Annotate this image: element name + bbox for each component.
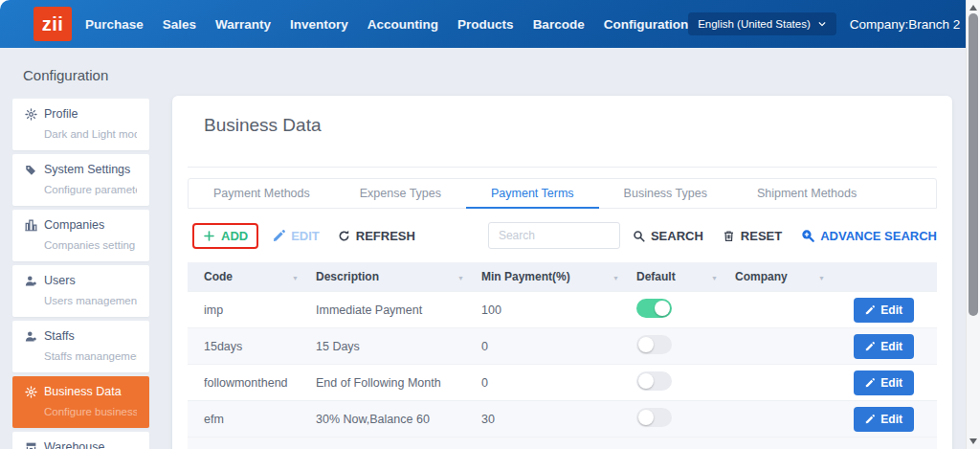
nav-menu-item[interactable]: Inventory xyxy=(290,17,348,32)
cell-min-payment: 0 xyxy=(481,340,636,353)
filter-icon[interactable] xyxy=(612,271,619,282)
table-row: imp Immediate Payment 100 xyxy=(188,291,937,327)
cell-min-payment: 30 xyxy=(481,413,636,426)
column-label: Min Payment(%) xyxy=(481,270,570,283)
filter-icon[interactable] xyxy=(818,271,825,282)
tab-bar: Payment MethodsExpense TypesPayment Term… xyxy=(188,178,937,209)
main-menu: PurchaseSalesWarrantyInventoryAccounting… xyxy=(85,17,688,32)
advance-search-icon xyxy=(801,229,814,242)
cell-description: 30% Now,Balance 60 xyxy=(316,413,481,426)
search-button[interactable]: SEARCH xyxy=(633,229,703,243)
column-label: Code xyxy=(204,270,233,283)
cell-description: End of Following Month xyxy=(316,376,481,390)
company-label[interactable]: Company:Branch 2 xyxy=(850,17,961,32)
cell-code: efm xyxy=(204,413,316,426)
default-toggle[interactable] xyxy=(636,335,672,354)
filter-icon[interactable] xyxy=(711,271,718,282)
sidebar-item-icon xyxy=(25,164,37,176)
sidebar-item-title: Business Data xyxy=(44,385,122,398)
row-edit-button[interactable]: Edit xyxy=(854,407,914,432)
sidebar-item-title: Profile xyxy=(44,107,78,121)
page-body: Configuration Profile Dark and Light mod… xyxy=(0,48,966,449)
sidebar-item-subtitle: Configure parameters xyxy=(44,184,137,195)
sidebar-item[interactable]: Companies Companies setting xyxy=(12,210,149,261)
sidebar-item[interactable]: Profile Dark and Light mode, L... xyxy=(12,99,149,150)
search-icon xyxy=(633,230,645,242)
app-logo[interactable]: zii xyxy=(33,7,72,41)
nav-menu-item[interactable]: Barcode xyxy=(533,17,585,32)
pencil-icon xyxy=(865,305,875,315)
sidebar-item-title: Staffs xyxy=(44,329,75,343)
column-header[interactable]: Description xyxy=(316,270,481,283)
default-toggle[interactable] xyxy=(636,371,672,391)
sidebar-item-title: Warehouse xyxy=(44,440,104,449)
filter-icon[interactable] xyxy=(292,271,299,282)
sidebar: Profile Dark and Light mode, L... System… xyxy=(12,99,149,449)
tab[interactable]: Payment Methods xyxy=(189,179,335,208)
sidebar-item-subtitle: Configure business data xyxy=(44,406,137,417)
table-row-partial xyxy=(188,437,937,449)
row-edit-button[interactable]: Edit xyxy=(854,370,914,395)
toggle-knob xyxy=(638,337,654,352)
vertical-scrollbar[interactable] xyxy=(966,0,980,449)
filter-icon[interactable] xyxy=(457,271,464,282)
row-edit-button[interactable]: Edit xyxy=(854,334,914,359)
chevron-down-icon xyxy=(817,19,827,29)
cell-code: imp xyxy=(204,303,316,317)
table-row: followmonthend End of Following Month 0 xyxy=(188,364,937,400)
refresh-icon xyxy=(338,230,350,242)
pencil-icon xyxy=(865,342,875,351)
scroll-down-arrow[interactable] xyxy=(967,434,980,449)
advance-search-button[interactable]: ADVANCE SEARCH xyxy=(801,229,937,243)
column-label: Default xyxy=(636,270,676,283)
sidebar-item[interactable]: Staffs Staffs manangement xyxy=(12,321,149,372)
toggle-knob xyxy=(638,373,654,389)
divider xyxy=(188,167,937,168)
nav-menu-item[interactable]: Warranty xyxy=(215,17,271,32)
scrollbar-thumb[interactable] xyxy=(969,13,978,316)
nav-menu-item[interactable]: Configuration xyxy=(604,17,688,32)
nav-menu-item[interactable]: Sales xyxy=(163,17,196,32)
sidebar-item-subtitle: Dark and Light mode, L... xyxy=(44,128,137,140)
edit-button[interactable]: EDIT xyxy=(273,229,320,243)
cell-description: 15 Days xyxy=(316,340,481,353)
add-button-highlight-box: ADD xyxy=(192,223,258,249)
search-input[interactable] xyxy=(488,222,620,249)
add-button[interactable]: ADD xyxy=(195,226,256,246)
default-toggle[interactable] xyxy=(636,299,672,318)
sidebar-item-subtitle: Staffs manangement xyxy=(44,350,137,362)
sidebar-item-title: System Settings xyxy=(44,163,130,176)
tab[interactable]: Expense Types xyxy=(335,179,466,208)
tab[interactable]: Shipment Methods xyxy=(732,179,881,208)
nav-menu-item[interactable]: Purchase xyxy=(85,17,144,32)
column-header[interactable]: Code xyxy=(204,270,316,283)
reset-button[interactable]: RESET xyxy=(723,229,782,243)
tab[interactable]: Payment Terms xyxy=(466,179,599,208)
nav-menu-item[interactable]: Products xyxy=(457,17,514,32)
table-header: Code Description Min Payment(%) Default xyxy=(188,262,937,291)
row-edit-button[interactable]: Edit xyxy=(854,298,914,323)
column-header[interactable]: Company xyxy=(735,270,842,283)
table-row: efm 30% Now,Balance 60 30 xyxy=(188,400,937,437)
language-selector[interactable]: English (United States) xyxy=(688,12,836,35)
sidebar-item-title: Users xyxy=(44,274,76,287)
sidebar-item-subtitle: Companies setting xyxy=(44,239,137,251)
sidebar-item-icon xyxy=(25,219,37,232)
sidebar-item-icon xyxy=(25,330,37,343)
column-header[interactable]: Min Payment(%) xyxy=(481,270,636,283)
toggle-knob xyxy=(638,410,654,425)
cell-description: Immediate Payment xyxy=(316,303,481,317)
pencil-icon xyxy=(273,230,285,242)
nav-menu-item[interactable]: Accounting xyxy=(368,17,438,32)
pencil-icon xyxy=(865,415,875,424)
column-label: Description xyxy=(316,270,379,283)
refresh-button[interactable]: REFRESH xyxy=(338,229,415,243)
sidebar-item[interactable]: System Settings Configure parameters xyxy=(12,154,149,206)
sidebar-item[interactable]: Warehouse xyxy=(12,432,149,449)
default-toggle[interactable] xyxy=(636,408,672,427)
sidebar-item[interactable]: Business Data Configure business data xyxy=(12,376,149,428)
tab[interactable]: Business Types xyxy=(599,179,732,208)
cell-code: followmonthend xyxy=(204,376,316,390)
column-header[interactable]: Default xyxy=(636,270,735,283)
sidebar-item[interactable]: Users Users management xyxy=(12,265,149,317)
